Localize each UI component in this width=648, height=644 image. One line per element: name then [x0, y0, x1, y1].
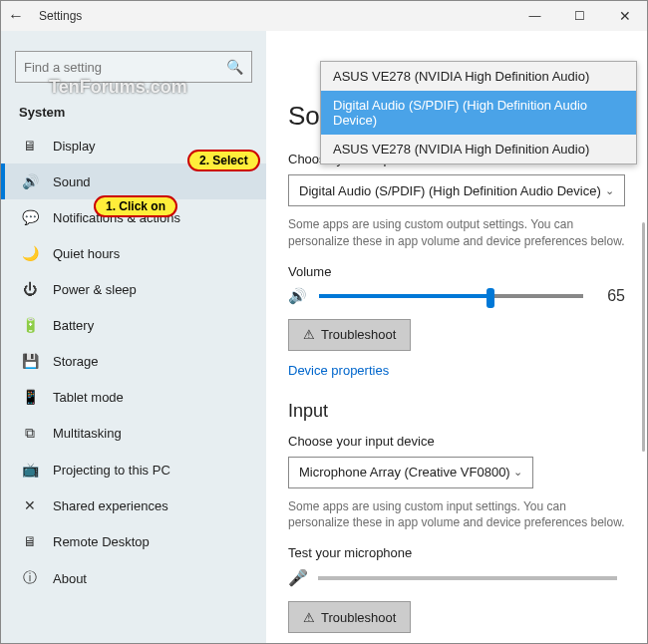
annotation-callout-2: 2. Select — [187, 150, 260, 171]
dropdown-option[interactable]: ASUS VE278 (NVIDIA High Definition Audio… — [321, 135, 636, 163]
close-button[interactable]: ✕ — [602, 1, 647, 31]
volume-label: Volume — [288, 264, 625, 279]
test-mic-label: Test your microphone — [288, 545, 625, 560]
output-device-properties-link[interactable]: Device properties — [288, 363, 389, 378]
sidebar-item-label: Projecting to this PC — [53, 463, 170, 478]
sidebar-item-remote-desktop[interactable]: 🖥Remote Desktop — [1, 523, 266, 559]
focus-icon: 🌙 — [19, 245, 41, 261]
sidebar-item-label: Multitasking — [53, 426, 122, 441]
sidebar-item-label: Shared experiences — [53, 498, 168, 513]
window-title: Settings — [39, 9, 82, 23]
volume-row: 🔊 65 — [288, 287, 625, 305]
sidebar-item-storage[interactable]: 💾Storage — [1, 343, 266, 379]
volume-slider[interactable] — [319, 294, 583, 298]
sidebar-item-label: Display — [53, 139, 96, 154]
sidebar-item-label: Sound — [53, 174, 91, 189]
output-device-select[interactable]: Digital Audio (S/PDIF) (High Definition … — [288, 174, 625, 206]
mic-level-bar — [318, 576, 617, 580]
sidebar: TenForums.com 🔍 System 🖥Display🔊Sound💬No… — [1, 31, 266, 643]
storage-icon: 💾 — [19, 353, 41, 369]
multitask-icon: ⧉ — [19, 425, 41, 442]
search-input[interactable] — [24, 60, 226, 75]
project-icon: 📺 — [19, 462, 41, 478]
section-heading: System — [1, 97, 266, 128]
sidebar-item-tablet-mode[interactable]: 📱Tablet mode — [1, 379, 266, 415]
settings-window: ← Settings — ☐ ✕ TenForums.com 🔍 System … — [0, 0, 648, 644]
warning-icon: ⚠ — [303, 610, 315, 625]
remote-icon: 🖥 — [19, 533, 41, 549]
sidebar-item-power-sleep[interactable]: ⏻Power & sleep — [1, 271, 266, 307]
sidebar-item-label: Remote Desktop — [53, 534, 150, 549]
search-icon: 🔍 — [226, 59, 243, 75]
chevron-down-icon: ⌄ — [605, 184, 614, 197]
sidebar-item-multitasking[interactable]: ⧉Multitasking — [1, 415, 266, 452]
microphone-icon: 🎤 — [288, 568, 308, 587]
sidebar-item-label: Battery — [53, 318, 94, 333]
tablet-icon: 📱 — [19, 389, 41, 405]
sidebar-item-battery[interactable]: 🔋Battery — [1, 307, 266, 343]
input-device-select[interactable]: Microphone Array (Creative VF0800) ⌄ — [288, 457, 533, 488]
minimize-button[interactable]: — — [512, 1, 557, 31]
output-device-value: Digital Audio (S/PDIF) (High Definition … — [299, 183, 601, 198]
sidebar-item-about[interactable]: ⓘAbout — [1, 559, 266, 597]
notifications-icon: 💬 — [19, 209, 41, 225]
sound-icon: 🔊 — [19, 173, 41, 189]
input-heading: Input — [288, 401, 625, 422]
about-icon: ⓘ — [19, 569, 41, 587]
sidebar-item-label: Power & sleep — [53, 282, 137, 297]
btn-label: Troubleshoot — [321, 610, 396, 625]
sidebar-item-label: Tablet mode — [53, 390, 124, 405]
output-note: Some apps are using custom output settin… — [288, 216, 625, 250]
input-device-label: Choose your input device — [288, 434, 625, 449]
sidebar-item-label: Quiet hours — [53, 246, 120, 261]
mic-test-row: 🎤 — [288, 568, 625, 587]
maximize-button[interactable]: ☐ — [557, 1, 602, 31]
sidebar-item-label: About — [53, 571, 87, 586]
warning-icon: ⚠ — [303, 327, 315, 342]
display-icon: 🖥 — [19, 138, 41, 154]
input-device-value: Microphone Array (Creative VF0800) — [299, 465, 510, 480]
chevron-down-icon: ⌄ — [513, 466, 522, 479]
volume-value: 65 — [595, 287, 625, 305]
sidebar-item-label: Storage — [53, 354, 99, 369]
btn-label: Troubleshoot — [321, 327, 396, 342]
battery-icon: 🔋 — [19, 317, 41, 333]
speaker-icon[interactable]: 🔊 — [288, 287, 307, 305]
power-icon: ⏻ — [19, 281, 41, 297]
output-troubleshoot-button[interactable]: ⚠ Troubleshoot — [288, 319, 411, 351]
back-button[interactable]: ← — [1, 7, 31, 25]
shared-icon: ✕ — [19, 497, 41, 513]
input-troubleshoot-button[interactable]: ⚠ Troubleshoot — [288, 601, 411, 633]
titlebar: ← Settings — ☐ ✕ — [1, 1, 647, 31]
dropdown-option[interactable]: Digital Audio (S/PDIF) (High Definition … — [321, 91, 636, 135]
scrollbar[interactable] — [642, 222, 645, 452]
input-note: Some apps are using custom input setting… — [288, 498, 625, 532]
search-box[interactable]: 🔍 — [15, 51, 252, 83]
dropdown-option[interactable]: ASUS VE278 (NVIDIA High Definition Audio… — [321, 62, 636, 91]
sidebar-item-quiet-hours[interactable]: 🌙Quiet hours — [1, 235, 266, 271]
content-pane: ASUS VE278 (NVIDIA High Definition Audio… — [266, 31, 647, 643]
sidebar-item-shared-experiences[interactable]: ✕Shared experiences — [1, 487, 266, 523]
annotation-callout-1: 1. Click on — [94, 195, 177, 217]
output-dropdown-list[interactable]: ASUS VE278 (NVIDIA High Definition Audio… — [320, 61, 637, 164]
sidebar-item-projecting-to-this-pc[interactable]: 📺Projecting to this PC — [1, 452, 266, 487]
